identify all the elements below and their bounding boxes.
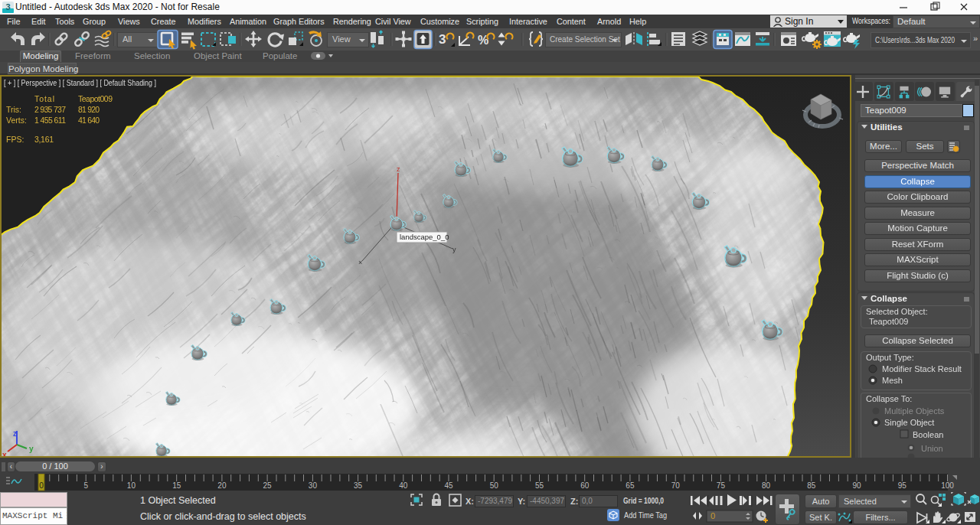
svg-text:60: 60 — [580, 481, 590, 490]
svg-text:FPS:: FPS: — [6, 135, 24, 144]
svg-text:10: 10 — [127, 481, 136, 490]
svg-text:2 935 737: 2 935 737 — [34, 105, 66, 114]
svg-text:81 920: 81 920 — [78, 105, 100, 114]
svg-text:1 455 611: 1 455 611 — [34, 116, 66, 125]
svg-text:41 640: 41 640 — [78, 116, 100, 125]
svg-text:100: 100 — [941, 481, 954, 490]
svg-text:25: 25 — [263, 481, 273, 490]
svg-text:Workspaces:: Workspaces: — [852, 16, 890, 25]
svg-text:Add Time Tag: Add Time Tag — [624, 510, 667, 520]
svg-text:5: 5 — [83, 481, 88, 490]
svg-text:Verts:: Verts: — [6, 116, 27, 125]
svg-text:Total: Total — [34, 94, 54, 103]
svg-text:×: × — [358, 259, 362, 266]
svg-text:y: y — [29, 445, 34, 453]
svg-text:3: 3 — [5, 2, 10, 11]
svg-text:75: 75 — [717, 481, 726, 490]
svg-text:3,161: 3,161 — [34, 135, 54, 144]
svg-text:40: 40 — [399, 481, 408, 490]
svg-text:Teapot009: Teapot009 — [78, 94, 113, 103]
svg-text:y: y — [452, 246, 456, 253]
svg-text:0: 0 — [710, 511, 715, 520]
svg-text:30: 30 — [309, 481, 318, 490]
svg-text:z: z — [397, 165, 400, 173]
svg-text:55: 55 — [535, 481, 544, 490]
svg-text:50: 50 — [490, 481, 499, 490]
svg-text:20: 20 — [217, 481, 227, 490]
svg-text:z: z — [13, 429, 17, 438]
svg-text:35: 35 — [354, 481, 363, 490]
svg-text:[ + ] [ Perspective ] [ Standa: [ + ] [ Perspective ] [ Standard ] [ Def… — [4, 78, 156, 87]
svg-text:Tris:: Tris: — [6, 105, 21, 114]
svg-text:65: 65 — [626, 481, 635, 490]
svg-text:80: 80 — [762, 481, 771, 490]
svg-text:3: 3 — [439, 32, 446, 47]
svg-text:45: 45 — [444, 481, 453, 490]
svg-text:70: 70 — [671, 481, 681, 490]
svg-text:0: 0 — [39, 481, 44, 490]
svg-text:85: 85 — [807, 481, 816, 490]
svg-text:95: 95 — [898, 481, 907, 490]
svg-text:landscape_0_0: landscape_0_0 — [400, 233, 449, 241]
svg-text:15: 15 — [172, 481, 181, 490]
svg-text:Grid = 1000,0: Grid = 1000,0 — [623, 496, 664, 505]
svg-text:90: 90 — [852, 481, 861, 490]
